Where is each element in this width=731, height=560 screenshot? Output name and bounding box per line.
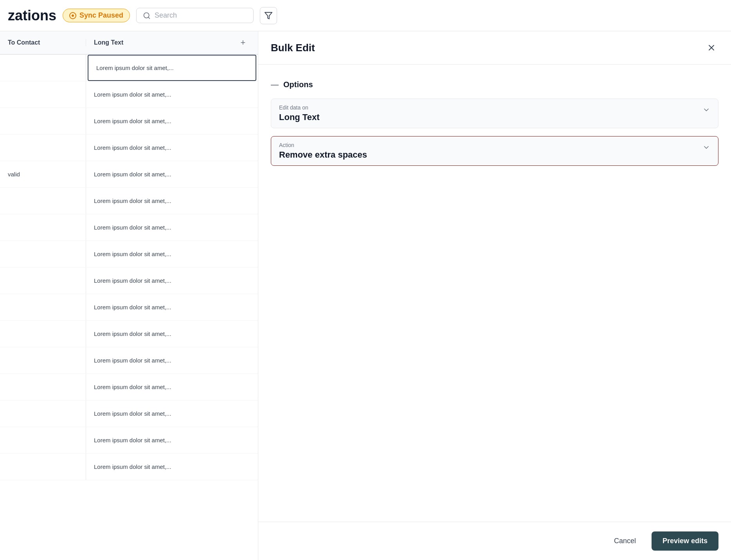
- table-row: Lorem ipsum dolor sit amet,...: [0, 267, 258, 294]
- panel-footer: Cancel Preview edits: [258, 522, 731, 560]
- action-field[interactable]: Action Remove extra spaces: [271, 136, 718, 166]
- search-box[interactable]: Search: [136, 8, 254, 23]
- search-icon: [143, 12, 151, 20]
- table-area: To Contact Long Text + Lorem ipsum dolor…: [0, 31, 258, 560]
- cell-contact: [0, 347, 86, 373]
- bulk-edit-panel: Bulk Edit — Options Edit data on Lon: [258, 31, 731, 560]
- collapse-icon[interactable]: —: [271, 80, 279, 89]
- main-content: To Contact Long Text + Lorem ipsum dolor…: [0, 31, 731, 560]
- options-header: — Options: [271, 80, 718, 89]
- panel-body: — Options Edit data on Long Text: [258, 65, 731, 522]
- cell-contact: [0, 400, 86, 427]
- cell-long-text[interactable]: Lorem ipsum dolor sit amet,...: [86, 161, 258, 187]
- cell-long-text[interactable]: Lorem ipsum dolor sit amet,...: [86, 81, 258, 108]
- action-label: Action: [279, 142, 702, 148]
- table-row: Lorem ipsum dolor sit amet,...: [0, 294, 258, 321]
- action-value: Remove extra spaces: [279, 150, 702, 160]
- cell-contact: [0, 374, 86, 400]
- table-row: Lorem ipsum dolor sit amet,...: [0, 214, 258, 241]
- edit-data-on-label: Edit data on: [279, 104, 702, 111]
- add-column-button[interactable]: +: [236, 36, 250, 50]
- table-row: Lorem ipsum dolor sit amet,...: [0, 427, 258, 454]
- cell-long-text[interactable]: Lorem ipsum dolor sit amet,...: [86, 267, 258, 294]
- cell-contact: [0, 214, 86, 241]
- filter-button[interactable]: [260, 7, 277, 24]
- edit-data-on-field[interactable]: Edit data on Long Text: [271, 99, 718, 128]
- cell-long-text[interactable]: Lorem ipsum dolor sit amet,...: [86, 294, 258, 320]
- sync-paused-icon: [69, 12, 76, 19]
- table-header: To Contact Long Text +: [0, 31, 258, 55]
- action-inner: Action Remove extra spaces: [279, 142, 702, 160]
- cancel-button[interactable]: Cancel: [606, 532, 644, 550]
- cell-contact: [0, 108, 86, 134]
- table-body: Lorem ipsum dolor sit amet,... Lorem ips…: [0, 55, 258, 560]
- sync-paused-badge[interactable]: Sync Paused: [63, 9, 130, 22]
- panel-title: Bulk Edit: [271, 42, 315, 54]
- table-row: Lorem ipsum dolor sit amet,...: [0, 241, 258, 267]
- cell-long-text[interactable]: Lorem ipsum dolor sit amet,...: [86, 400, 258, 427]
- cell-long-text[interactable]: Lorem ipsum dolor sit amet,...: [86, 454, 258, 480]
- table-row: Lorem ipsum dolor sit amet,...: [0, 108, 258, 135]
- cell-contact: [0, 427, 86, 453]
- search-placeholder: Search: [155, 11, 177, 20]
- column-header-to-contact: To Contact: [0, 39, 86, 46]
- cell-contact: [0, 55, 86, 81]
- preview-edits-button[interactable]: Preview edits: [652, 531, 718, 551]
- cell-contact: [0, 454, 86, 480]
- table-row: Lorem ipsum dolor sit amet,...: [0, 374, 258, 400]
- cell-contact-valid: valid: [0, 161, 86, 187]
- filter-icon: [264, 11, 273, 20]
- edit-data-on-value: Long Text: [279, 112, 702, 122]
- options-section: — Options Edit data on Long Text: [271, 80, 718, 166]
- edit-data-on-inner: Edit data on Long Text: [279, 104, 702, 122]
- cell-contact: [0, 135, 86, 161]
- table-row: Lorem ipsum dolor sit amet,...: [0, 347, 258, 374]
- cell-long-text[interactable]: Lorem ipsum dolor sit amet,...: [86, 188, 258, 214]
- table-row: Lorem ipsum dolor sit amet,...: [0, 55, 258, 81]
- header: zations Sync Paused Search: [0, 0, 731, 31]
- cell-contact: [0, 81, 86, 108]
- table-row: Lorem ipsum dolor sit amet,...: [0, 400, 258, 427]
- options-title: Options: [283, 80, 313, 89]
- panel-header: Bulk Edit: [258, 31, 731, 65]
- page-title: zations: [8, 7, 56, 24]
- cell-long-text[interactable]: Lorem ipsum dolor sit amet,...: [86, 374, 258, 400]
- svg-line-1: [148, 17, 150, 18]
- cell-contact: [0, 321, 86, 347]
- cell-contact: [0, 294, 86, 320]
- cell-contact: [0, 241, 86, 267]
- chevron-down-icon: [702, 144, 710, 153]
- column-header-long-text: Long Text +: [86, 36, 258, 50]
- table-row: Lorem ipsum dolor sit amet,...: [0, 321, 258, 347]
- close-icon: [707, 43, 716, 52]
- cell-long-text[interactable]: Lorem ipsum dolor sit amet,...: [86, 427, 258, 453]
- cell-long-text[interactable]: Lorem ipsum dolor sit amet,...: [86, 108, 258, 134]
- table-row: valid Lorem ipsum dolor sit amet,...: [0, 161, 258, 188]
- chevron-down-icon: [702, 106, 710, 116]
- cell-long-text[interactable]: Lorem ipsum dolor sit amet,...: [86, 321, 258, 347]
- table-row: Lorem ipsum dolor sit amet,...: [0, 135, 258, 161]
- cell-long-text[interactable]: Lorem ipsum dolor sit amet,...: [86, 135, 258, 161]
- cell-long-text[interactable]: Lorem ipsum dolor sit amet,...: [86, 214, 258, 241]
- table-row: Lorem ipsum dolor sit amet,...: [0, 81, 258, 108]
- cell-long-text[interactable]: Lorem ipsum dolor sit amet,...: [86, 241, 258, 267]
- cell-contact: [0, 188, 86, 214]
- table-row: Lorem ipsum dolor sit amet,...: [0, 454, 258, 480]
- table-row: Lorem ipsum dolor sit amet,...: [0, 188, 258, 214]
- cell-long-text[interactable]: Lorem ipsum dolor sit amet,...: [86, 347, 258, 373]
- cell-long-text[interactable]: Lorem ipsum dolor sit amet,...: [88, 55, 256, 81]
- sync-paused-label: Sync Paused: [79, 11, 123, 20]
- close-button[interactable]: [704, 41, 718, 55]
- cell-contact: [0, 267, 86, 294]
- svg-marker-2: [265, 12, 272, 19]
